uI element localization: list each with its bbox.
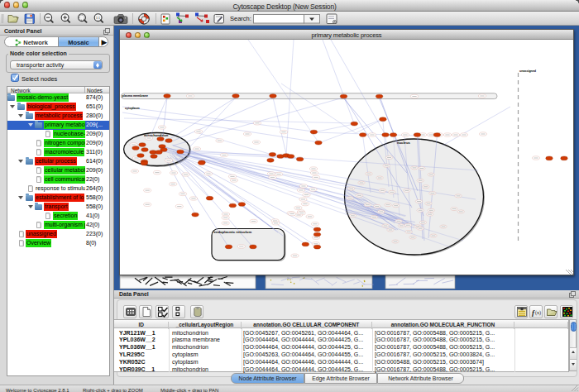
svg-text:Search:: Search: — [230, 15, 251, 22]
svg-text:unassigned: unassigned — [519, 69, 536, 73]
svg-text:plasma membrane: plasma membrane — [122, 94, 149, 98]
svg-text:cytoplasm: cytoplasm — [125, 107, 140, 110]
svg-text:(x): (x) — [535, 310, 541, 316]
svg-text:nucleus: nucleus — [397, 141, 410, 145]
svg-text:1:1: 1:1 — [96, 17, 100, 20]
svg-text:endoplasmic reticulum: endoplasmic reticulum — [214, 230, 252, 234]
